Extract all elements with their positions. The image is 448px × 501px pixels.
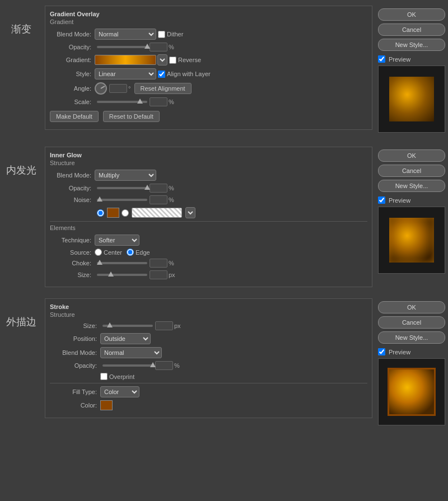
stroke-color-swatch[interactable] <box>100 400 113 410</box>
inner-glow-opacity-input[interactable]: 100 <box>150 184 167 193</box>
inner-glow-size-label: Size: <box>50 271 95 278</box>
stroke-color-row: Color: <box>50 400 367 410</box>
gradient-new-style-button[interactable]: New Style... <box>378 39 445 51</box>
stroke-blend-mode-label: Blend Mode: <box>50 349 100 356</box>
inner-glow-size-input[interactable]: 13 <box>150 270 167 279</box>
stroke-size-px: px <box>174 322 181 329</box>
inner-glow-preview-box <box>378 207 445 274</box>
stroke-preview-label: Preview <box>389 349 410 355</box>
dither-checkbox-label[interactable]: Dither <box>158 31 183 38</box>
gradient-opacity-slider[interactable] <box>97 46 147 48</box>
stroke-preview-box <box>378 358 445 425</box>
stroke-size-slider[interactable] <box>102 325 153 327</box>
scale-input[interactable]: 86 <box>150 97 167 106</box>
angle-input[interactable]: 120 <box>109 84 127 93</box>
overprint-checkbox-label[interactable]: Overprint <box>100 373 134 380</box>
inner-glow-swatch-row <box>50 207 367 218</box>
gradient-panel-title: Gradient Overlay <box>50 11 367 17</box>
inner-glow-new-style-button[interactable]: New Style... <box>378 180 445 192</box>
gradient-preview-label: Preview <box>389 56 410 63</box>
gradient-scale-slider[interactable] <box>97 101 147 103</box>
center-label: Center <box>104 249 122 256</box>
reset-alignment-button[interactable]: Reset Alignment <box>134 83 192 94</box>
gradient-bottom-buttons: Make Default Reset to Default <box>50 111 367 122</box>
inner-glow-opacity-slider[interactable] <box>97 187 147 189</box>
align-layer-label: Align with Layer <box>167 71 211 77</box>
align-layer-checkbox-label[interactable]: Align with Layer <box>158 71 211 78</box>
stroke-blend-mode-select[interactable]: Normal Multiply Screen <box>100 347 162 358</box>
inner-glow-preview-row: Preview <box>378 196 445 204</box>
inner-glow-opacity-row: Opacity: 100 % <box>50 184 367 193</box>
inner-glow-gradient-swatch[interactable] <box>132 208 182 218</box>
source-center-radio[interactable] <box>95 249 102 256</box>
stroke-opacity-slider[interactable] <box>102 364 153 367</box>
inner-glow-blend-mode-row: Blend Mode: Multiply Normal Screen <box>50 170 367 181</box>
opacity-label: Opacity: <box>50 44 95 50</box>
inner-glow-preview-label: Preview <box>389 197 410 204</box>
gradient-panel: Gradient Overlay Gradient Blend Mode: No… <box>45 6 372 130</box>
edge-label: Edge <box>136 249 150 256</box>
angle-dial[interactable] <box>95 82 107 95</box>
inner-glow-side-buttons: OK Cancel New Style... <box>378 149 445 192</box>
stroke-ok-button[interactable]: OK <box>378 301 445 313</box>
source-edge-label[interactable]: Edge <box>127 249 150 256</box>
gradient-blend-mode-select[interactable]: Normal Multiply Screen <box>95 29 156 40</box>
reset-to-default-button[interactable]: Reset to Default <box>103 111 160 122</box>
gradient-picker-arrow[interactable] <box>157 54 167 65</box>
stroke-position-row: Position: Outside Inside Center <box>50 333 367 344</box>
blend-mode-label: Blend Mode: <box>50 31 95 38</box>
inner-glow-size-slider[interactable] <box>97 274 147 276</box>
source-row: Source: Center Edge <box>50 249 367 256</box>
choke-slider[interactable] <box>97 262 147 264</box>
gradient-preview-checkbox[interactable] <box>378 55 385 63</box>
stroke-color-label: Color: <box>50 402 100 409</box>
style-label: Style: <box>50 71 95 77</box>
gradient-style-select[interactable]: Linear Radial Angle Reflected Diamond <box>95 68 156 79</box>
stroke-preview-checkbox[interactable] <box>378 348 385 355</box>
gradient-opacity-input[interactable]: 100 <box>150 43 167 51</box>
fill-type-select[interactable]: Color Gradient Pattern <box>100 386 139 397</box>
stroke-size-input[interactable]: 3 <box>155 321 173 330</box>
technique-label: Technique: <box>50 237 95 244</box>
stroke-new-style-button[interactable]: New Style... <box>378 331 445 344</box>
gradient-side-buttons: OK Cancel New Style... <box>378 8 445 51</box>
gradient-scale-row: Scale: 86 % <box>50 97 367 106</box>
gradient-label: Gradient: <box>50 57 95 63</box>
source-edge-radio[interactable] <box>127 249 134 256</box>
overprint-checkbox[interactable] <box>100 373 108 380</box>
gradient-opacity-row: Opacity: 100 % <box>50 43 367 51</box>
inner-glow-noise-percent: % <box>169 196 174 203</box>
inner-glow-gradient-arrow[interactable] <box>185 207 195 218</box>
inner-glow-cancel-button[interactable]: Cancel <box>378 165 445 177</box>
technique-select[interactable]: Softer Precise <box>95 235 139 246</box>
stroke-cancel-button[interactable]: Cancel <box>378 316 445 329</box>
gradient-preview-box <box>378 65 445 133</box>
inner-glow-color-swatch[interactable] <box>107 208 119 218</box>
reverse-checkbox[interactable] <box>169 57 176 64</box>
opacity-percent: % <box>169 44 174 50</box>
inner-glow-ok-button[interactable]: OK <box>378 149 445 162</box>
choke-percent: % <box>169 260 174 266</box>
inner-glow-gradient-radio[interactable] <box>122 209 129 217</box>
make-default-button[interactable]: Make Default <box>50 111 99 122</box>
inner-glow-noise-slider[interactable] <box>97 199 147 201</box>
gradient-preview[interactable] <box>95 55 156 65</box>
reverse-checkbox-label[interactable]: Reverse <box>169 57 201 64</box>
gradient-ok-button[interactable]: OK <box>378 8 445 21</box>
align-layer-checkbox[interactable] <box>158 71 165 78</box>
inner-glow-section: 内发光 Inner Glow Structure Blend Mode: Mul… <box>0 141 448 293</box>
dither-checkbox[interactable] <box>158 31 165 38</box>
gradient-overlay-section: 渐变 Gradient Overlay Gradient Blend Mode:… <box>0 0 448 141</box>
stroke-opacity-input[interactable]: 100 <box>155 361 173 370</box>
inner-glow-blend-mode-select[interactable]: Multiply Normal Screen <box>95 170 156 181</box>
choke-input[interactable]: 0 <box>150 259 167 268</box>
inner-glow-noise-input[interactable]: 0 <box>150 195 167 204</box>
inner-glow-noise-row: Noise: 0 % <box>50 195 367 204</box>
gradient-cancel-button[interactable]: Cancel <box>378 24 445 36</box>
inner-glow-solid-radio[interactable] <box>97 209 104 217</box>
source-center-label[interactable]: Center <box>95 249 122 256</box>
technique-row: Technique: Softer Precise <box>50 235 367 246</box>
stroke-side-buttons: OK Cancel New Style... <box>378 301 445 344</box>
inner-glow-preview-checkbox[interactable] <box>378 196 385 204</box>
stroke-position-select[interactable]: Outside Inside Center <box>100 333 151 344</box>
